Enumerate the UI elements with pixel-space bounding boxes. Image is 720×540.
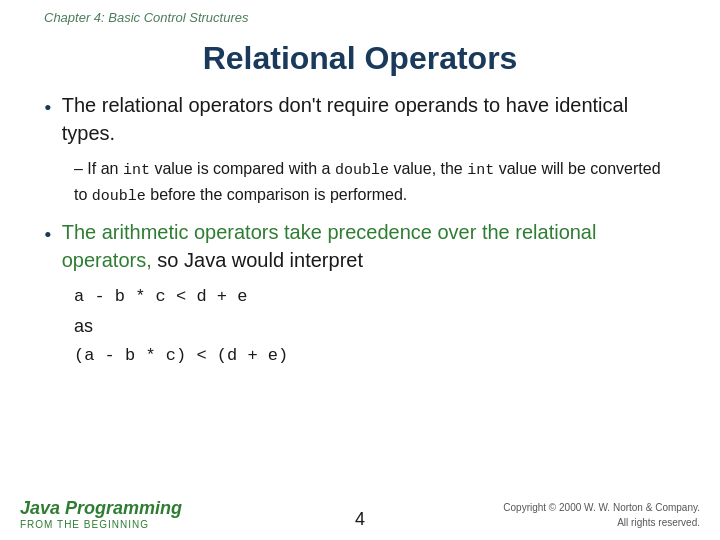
code-int-2: int [467, 162, 494, 179]
as-label: as [74, 316, 676, 337]
code-line-1: a - b * c < d + e [74, 284, 676, 310]
bullet-item-1: • The relational operators don't require… [44, 91, 676, 147]
footer-page-number: 4 [330, 509, 390, 530]
chapter-header: Chapter 4: Basic Control Structures [0, 0, 720, 30]
footer-copyright-line1: Copyright © 2000 W. W. Norton & Company. [503, 502, 700, 513]
footer: Java Programming FROM THE BEGINNING 4 Co… [0, 490, 720, 540]
bullet-item-2: • The arithmetic operators take preceden… [44, 218, 676, 274]
sub-bullet-text-1: If an int value is compared with a doubl… [74, 160, 661, 203]
slide: Chapter 4: Basic Control Structures Rela… [0, 0, 720, 540]
bullet-dot-2: • [44, 220, 52, 251]
code-double-1: double [335, 162, 389, 179]
code-line-2: (a - b * c) < (d + e) [74, 343, 676, 369]
footer-copyright: Copyright © 2000 W. W. Norton & Company.… [390, 500, 700, 530]
footer-copyright-line2: All rights reserved. [617, 517, 700, 528]
footer-right: Copyright © 2000 W. W. Norton & Company.… [390, 500, 700, 530]
bullet-text-2: The arithmetic operators take precedence… [62, 218, 676, 274]
slide-title: Relational Operators [0, 30, 720, 91]
footer-brand-sub: FROM THE BEGINNING [20, 519, 330, 530]
code-int-1: int [123, 162, 150, 179]
bullet-dot-1: • [44, 93, 52, 124]
sub-bullet-1: If an int value is compared with a doubl… [74, 157, 676, 208]
footer-brand-main: Java Programming [20, 498, 330, 519]
footer-left: Java Programming FROM THE BEGINNING [20, 498, 330, 530]
chapter-title: Chapter 4: Basic Control Structures [44, 10, 248, 25]
code-double-2: double [92, 188, 146, 205]
bullet-text-2-green: The arithmetic operators take precedence… [62, 221, 597, 271]
bullet-text-1: The relational operators don't require o… [62, 91, 676, 147]
slide-content: • The relational operators don't require… [0, 91, 720, 490]
